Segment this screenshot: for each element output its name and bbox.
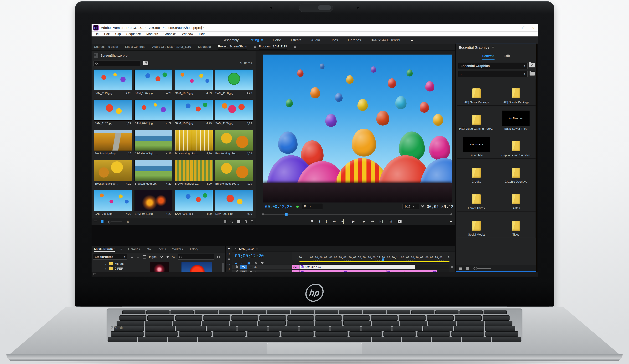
workspace-tab-effects[interactable]: Effects <box>291 38 301 42</box>
monitor-settings-icon[interactable] <box>421 205 424 208</box>
ingest-checkbox[interactable] <box>143 255 146 258</box>
tree-item-videos[interactable]: ›Videos <box>92 261 148 266</box>
forward-icon[interactable]: → <box>137 255 140 259</box>
graphics-path-dropdown[interactable]: \▾ <box>458 71 528 77</box>
project-item[interactable]: SAM_1075.jpg4;29 <box>174 99 213 129</box>
scrubber-track[interactable] <box>263 214 452 215</box>
folder-icon[interactable] <box>530 72 535 76</box>
project-item[interactable]: BreckenridgeSept201...4;29 <box>174 159 213 189</box>
chevron-icon[interactable]: › <box>104 262 107 265</box>
project-item[interactable]: SAM_1067.jpg4;29 <box>134 68 173 99</box>
menu-window[interactable]: Window <box>182 32 193 36</box>
panel-menu-icon[interactable]: ≡ <box>254 45 256 49</box>
graphics-item[interactable]: Your Title HereBasic Title <box>457 132 496 158</box>
playback-resolution-dropdown[interactable]: 1/16▾ <box>402 204 419 209</box>
automate-to-sequence-icon[interactable] <box>224 220 226 223</box>
sequence-tab[interactable]: SAM_1119 <box>239 247 254 250</box>
track-header-v3[interactable]: V3◉ <box>232 265 292 269</box>
timeline-clip[interactable]: jpg <box>292 265 300 269</box>
add-marker-icon[interactable]: ⚑ <box>310 219 314 224</box>
maximize-button[interactable]: ▢ <box>519 24 528 31</box>
list-view-icon[interactable] <box>459 267 462 270</box>
menu-markers[interactable]: Markers <box>146 32 158 36</box>
panel-menu-icon[interactable]: ≡ <box>261 38 263 42</box>
track-output-icon[interactable]: ◉ <box>254 265 257 269</box>
program-timecode[interactable]: 00;00;12;20 <box>265 204 292 209</box>
project-item[interactable]: BreckenridgeSept201...4;29 <box>94 159 133 189</box>
workspace-overflow-icon[interactable]: » <box>411 38 413 43</box>
timeline-clip[interactable]: fxSAM_0917.jpg <box>300 265 415 269</box>
ripple-edit-tool-icon[interactable]: ⇆ <box>227 257 230 260</box>
project-item[interactable]: SAM_0884.jpg4;29 <box>94 189 133 219</box>
scrubber-handle[interactable] <box>262 213 264 215</box>
workspace-tab-libraries[interactable]: Libraries <box>348 38 361 42</box>
project-item[interactable]: SAM_1109.jpg4;29 <box>214 99 254 129</box>
tab-media-browser[interactable]: Media Browser <box>94 247 115 252</box>
razor-tool-icon[interactable]: ✂ <box>227 263 230 266</box>
project-item[interactable]: BreckenridgeSept201...4;29 <box>214 159 254 189</box>
sync-folder-icon[interactable] <box>529 63 535 67</box>
project-item[interactable]: SAM_0924.jpg4;29 <box>214 189 254 219</box>
lock-icon[interactable] <box>236 266 238 268</box>
tab-project-screenshots[interactable]: Project: ScreenShots <box>218 45 247 49</box>
track-lane-v3[interactable]: jpgfxSAM_0917.jpg <box>292 265 450 269</box>
monitor-scrubber[interactable] <box>263 213 452 216</box>
project-item[interactable]: BreckenridgeSept201...4;29 <box>174 129 213 159</box>
new-bin-icon[interactable] <box>237 220 240 223</box>
project-item[interactable]: SAM_0944.jpg4;29 <box>134 99 173 129</box>
project-item[interactable]: BreckenridgeSept201...4;29 <box>214 129 254 159</box>
tab-source-no-clips-[interactable]: Source: (no clips) <box>94 45 118 49</box>
filter-icon[interactable] <box>166 256 169 258</box>
minimize-button[interactable]: – <box>509 24 519 31</box>
play-icon[interactable]: ▶ <box>352 219 354 224</box>
ingest-settings-icon[interactable] <box>160 255 163 258</box>
delete-icon[interactable] <box>251 220 253 223</box>
sync-lock-icon[interactable] <box>250 266 252 268</box>
tab-metadata[interactable]: Metadata <box>198 45 211 49</box>
scrubber-handle[interactable] <box>450 213 452 215</box>
button-editor-plus-icon[interactable]: + <box>450 219 452 224</box>
graphics-library-dropdown[interactable]: Essential Graphics▾ <box>458 63 528 69</box>
tab-markers[interactable]: Markers <box>172 247 183 251</box>
project-item[interactable]: SAM_1059.jpg4;29 <box>174 68 213 99</box>
timeline-settings-icon[interactable] <box>261 261 264 264</box>
graphics-item[interactable]: [AE] News Package <box>457 79 496 106</box>
project-item[interactable]: SAM_1152.jpg4;29 <box>94 99 133 129</box>
menu-edit[interactable]: Edit <box>104 32 110 36</box>
panel-menu-icon[interactable]: ≡ <box>121 247 122 251</box>
fit-dropdown[interactable]: Fit▾ <box>302 204 323 209</box>
timeline-ruler[interactable]: ;0000;00;06;0000;00;08;0000;00;10;0000;0… <box>292 252 450 261</box>
tree-item-xfer[interactable]: ›XFER <box>92 266 148 271</box>
graphics-item[interactable]: Social Media <box>457 211 496 238</box>
tab-effect-controls[interactable]: Effect Controls <box>125 45 145 49</box>
tab-audio-clip-mixer-sam-1119[interactable]: Audio Clip Mixer: SAM_1119 <box>152 45 191 49</box>
workspace-tab-audio[interactable]: Audio <box>311 38 320 42</box>
graphics-item[interactable]: Credits <box>457 158 496 185</box>
scroll-knob[interactable] <box>451 266 453 268</box>
tab-history[interactable]: History <box>188 247 198 251</box>
work-area-bar[interactable] <box>300 261 450 262</box>
graphics-item[interactable]: [AE] Sports Package <box>496 79 536 106</box>
scrubber-playhead[interactable] <box>285 213 288 216</box>
back-icon[interactable]: ← <box>130 255 134 259</box>
new-item-icon[interactable] <box>245 220 247 223</box>
list-view-icon[interactable] <box>94 221 97 223</box>
tab-info[interactable]: Info <box>146 247 151 251</box>
icon-view-icon[interactable] <box>101 220 104 223</box>
project-search-input[interactable] <box>94 60 140 66</box>
step-forward-icon[interactable]: ▕▸ <box>360 219 365 224</box>
tab-libraries[interactable]: Libraries <box>128 247 140 251</box>
mark-out-icon[interactable]: } <box>326 219 327 224</box>
graphics-item[interactable]: Lower Thirds <box>457 185 496 211</box>
media-search-input[interactable] <box>177 254 214 260</box>
track-target-badge[interactable]: V3 <box>240 265 247 269</box>
zoom-slider-icon[interactable] <box>108 222 122 222</box>
graphics-item[interactable]: Captions and Subtitles <box>496 132 536 158</box>
program-video[interactable] <box>263 55 452 203</box>
go-to-in-icon[interactable]: ⇤ <box>332 219 336 224</box>
timeline-timecode[interactable]: 00;00;12;20 <box>235 253 264 258</box>
find-icon[interactable] <box>231 221 233 223</box>
track-select-forward-tool-icon[interactable]: ↦ <box>227 252 230 255</box>
project-item[interactable]: BreckenridgeSept201...4;29 <box>94 129 133 159</box>
project-item[interactable]: AlbBalloonNight-39.jpg4;29 <box>134 129 173 159</box>
